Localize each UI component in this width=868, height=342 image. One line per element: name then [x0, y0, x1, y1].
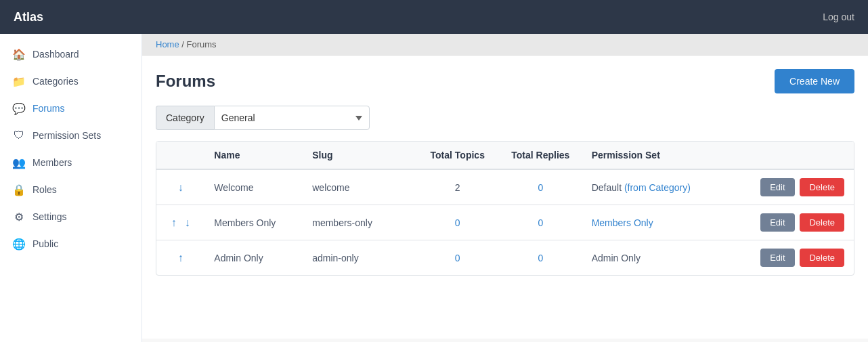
- breadcrumb-home-link[interactable]: Home: [156, 39, 179, 49]
- forum-name-1: Welcome: [204, 169, 303, 205]
- lock-icon: 🔒: [12, 183, 26, 196]
- forum-replies-1: 0: [499, 169, 582, 205]
- order-cell-2: ↑ ↓: [156, 205, 204, 240]
- shield-icon: 🛡: [12, 129, 26, 142]
- forum-permset-1: Default (from Category): [582, 169, 733, 205]
- sidebar-item-dashboard[interactable]: 🏠 Dashboard: [0, 41, 142, 68]
- main-content: Home / Forums Forums Create New Category…: [142, 34, 868, 342]
- create-new-button[interactable]: Create New: [775, 69, 854, 93]
- sidebar-item-roles[interactable]: 🔒 Roles: [0, 176, 142, 203]
- breadcrumb-separator: /: [181, 39, 184, 49]
- category-filter-row: Category General Announcements Support: [156, 106, 854, 130]
- sidebar-item-public[interactable]: 🌐 Public: [0, 230, 142, 257]
- forum-topics-3: 0: [416, 240, 499, 276]
- edit-button-2[interactable]: Edit: [760, 213, 794, 232]
- gear-icon: ⚙: [12, 210, 26, 223]
- sidebar-item-categories[interactable]: 📁 Categories: [0, 68, 142, 95]
- sidebar: 🏠 Dashboard 📁 Categories 💬 Forums 🛡 Perm…: [0, 34, 142, 342]
- order-cell-3: ↑: [156, 240, 204, 276]
- forum-topics-2: 0: [416, 205, 499, 240]
- app-logo: Atlas: [14, 10, 43, 24]
- content-header: Forums Create New: [156, 69, 854, 93]
- sidebar-item-label: Settings: [32, 211, 67, 222]
- col-header-slug: Slug: [303, 142, 416, 169]
- category-filter-select[interactable]: General Announcements Support: [214, 106, 370, 130]
- forum-topics-1: 2: [416, 169, 499, 205]
- forum-replies-2: 0: [499, 205, 582, 240]
- col-header-name: Name: [204, 142, 303, 169]
- col-header-replies: Total Replies: [499, 142, 582, 169]
- col-header-actions: [733, 142, 854, 169]
- sidebar-item-permission-sets[interactable]: 🛡 Permission Sets: [0, 122, 142, 149]
- page-title: Forums: [156, 72, 215, 91]
- sidebar-item-settings[interactable]: ⚙ Settings: [0, 203, 142, 230]
- delete-button-3[interactable]: Delete: [800, 249, 844, 267]
- permset-link-2[interactable]: Members Only: [592, 217, 653, 228]
- permset-label-1: Default: [592, 182, 622, 193]
- sidebar-item-members[interactable]: 👥 Members: [0, 149, 142, 176]
- forum-replies-3: 0: [499, 240, 582, 276]
- table-row: ↓ Welcome welcome 2 0 Default (fr: [156, 169, 854, 205]
- delete-button-2[interactable]: Delete: [800, 213, 844, 232]
- table-header-row: Name Slug Total Topics Total Replies Per…: [156, 142, 854, 169]
- sidebar-item-label: Members: [32, 157, 72, 168]
- sidebar-item-label: Roles: [32, 184, 57, 195]
- globe-icon: 🌐: [12, 237, 26, 251]
- sidebar-item-label: Dashboard: [32, 49, 79, 60]
- forum-name-3: Admin Only: [204, 240, 303, 276]
- col-header-order: [156, 142, 204, 169]
- permset-plain-3: Admin Only: [592, 253, 641, 263]
- forum-name-2: Members Only: [204, 205, 303, 240]
- permset-suffix-link-1[interactable]: (from Category): [624, 182, 691, 193]
- table-row: ↑ Admin Only admin-only 0 0 Admin Only: [156, 240, 854, 276]
- forum-actions-2: Edit Delete: [733, 205, 854, 240]
- order-down-button-1[interactable]: ↓: [175, 181, 186, 194]
- order-cell-1: ↓: [156, 169, 204, 205]
- forum-actions-3: Edit Delete: [733, 240, 854, 276]
- breadcrumb: Home / Forums: [142, 34, 868, 56]
- forums-icon: 💬: [12, 102, 26, 115]
- sidebar-item-label: Categories: [32, 76, 79, 87]
- logout-button[interactable]: Log out: [823, 12, 854, 22]
- order-up-button-2[interactable]: ↑: [169, 216, 179, 230]
- sidebar-item-label: Permission Sets: [32, 130, 101, 141]
- edit-button-1[interactable]: Edit: [760, 178, 794, 196]
- home-icon: 🏠: [12, 47, 26, 61]
- forum-permset-3: Admin Only: [582, 240, 733, 276]
- forums-table: Name Slug Total Topics Total Replies Per…: [156, 141, 854, 276]
- sidebar-item-label: Public: [32, 238, 58, 249]
- sidebar-item-label: Forums: [32, 103, 64, 114]
- category-filter-label: Category: [156, 106, 214, 130]
- page-content: Forums Create New Category General Annou…: [142, 56, 868, 339]
- forum-actions-1: Edit Delete: [733, 169, 854, 205]
- forum-permset-2: Members Only: [582, 205, 733, 240]
- forum-slug-3: admin-only: [303, 240, 416, 276]
- table-row: ↑ ↓ Members Only members-only 0 0 Member…: [156, 205, 854, 240]
- col-header-permset: Permission Set: [582, 142, 733, 169]
- folder-icon: 📁: [12, 74, 26, 88]
- edit-button-3[interactable]: Edit: [760, 249, 794, 267]
- delete-button-1[interactable]: Delete: [800, 178, 844, 196]
- sidebar-item-forums[interactable]: 💬 Forums: [0, 95, 142, 122]
- col-header-topics: Total Topics: [416, 142, 499, 169]
- order-up-button-3[interactable]: ↑: [175, 251, 186, 265]
- forum-slug-1: welcome: [303, 169, 416, 205]
- breadcrumb-current: Forums: [187, 39, 217, 49]
- members-icon: 👥: [12, 156, 26, 169]
- order-down-button-2[interactable]: ↓: [182, 216, 193, 230]
- forum-slug-2: members-only: [303, 205, 416, 240]
